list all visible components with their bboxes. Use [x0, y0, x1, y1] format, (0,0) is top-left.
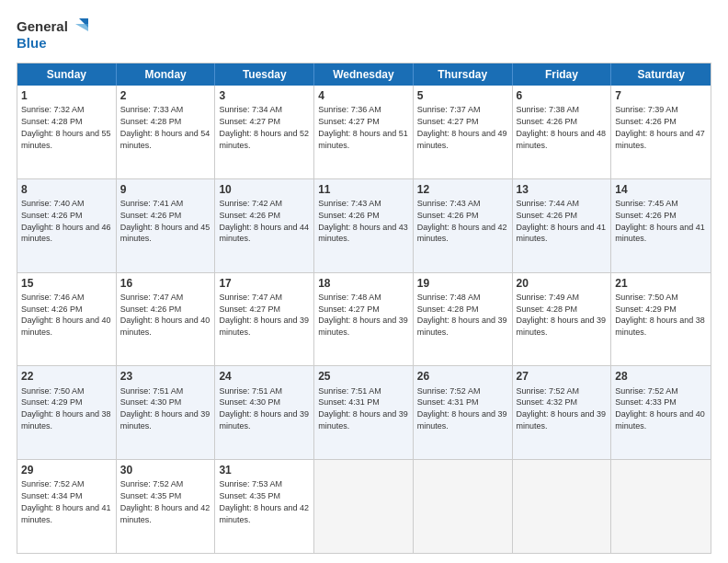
logo: General Blue: [17, 15, 90, 55]
day-number: 7: [615, 88, 707, 103]
calendar-day-12: 12Sunrise: 7:43 AMSunset: 4:26 PMDayligh…: [414, 179, 513, 272]
calendar-day-29: 29Sunrise: 7:52 AMSunset: 4:34 PMDayligh…: [17, 460, 117, 553]
calendar-day-24: 24Sunrise: 7:51 AMSunset: 4:30 PMDayligh…: [215, 366, 314, 459]
calendar-day-20: 20Sunrise: 7:49 AMSunset: 4:28 PMDayligh…: [513, 273, 612, 366]
calendar: SundayMondayTuesdayWednesdayThursdayFrid…: [17, 63, 711, 554]
calendar-day-21: 21Sunrise: 7:50 AMSunset: 4:29 PMDayligh…: [611, 273, 711, 366]
day-details: Sunrise: 7:38 AMSunset: 4:26 PMDaylight:…: [517, 105, 607, 149]
day-details: Sunrise: 7:48 AMSunset: 4:28 PMDaylight:…: [417, 293, 507, 337]
day-details: Sunrise: 7:43 AMSunset: 4:26 PMDaylight:…: [417, 199, 507, 243]
day-details: Sunrise: 7:50 AMSunset: 4:29 PMDaylight:…: [615, 293, 705, 337]
day-details: Sunrise: 7:53 AMSunset: 4:35 PMDaylight:…: [219, 479, 309, 523]
calendar-empty-cell: [513, 460, 612, 553]
day-details: Sunrise: 7:34 AMSunset: 4:27 PMDaylight:…: [219, 105, 309, 149]
day-number: 5: [417, 88, 508, 103]
day-number: 3: [219, 88, 310, 103]
calendar-day-25: 25Sunrise: 7:51 AMSunset: 4:31 PMDayligh…: [314, 366, 414, 459]
day-details: Sunrise: 7:52 AMSunset: 4:34 PMDaylight:…: [21, 479, 111, 523]
day-details: Sunrise: 7:45 AMSunset: 4:26 PMDaylight:…: [615, 199, 705, 243]
day-number: 21: [615, 276, 707, 291]
header-sunday: Sunday: [17, 63, 117, 86]
calendar-day-13: 13Sunrise: 7:44 AMSunset: 4:26 PMDayligh…: [513, 179, 612, 272]
day-details: Sunrise: 7:52 AMSunset: 4:35 PMDaylight:…: [120, 479, 210, 523]
calendar-empty-cell: [611, 460, 711, 553]
day-number: 19: [417, 276, 508, 291]
calendar-day-23: 23Sunrise: 7:51 AMSunset: 4:30 PMDayligh…: [117, 366, 216, 459]
day-number: 31: [219, 463, 310, 477]
day-details: Sunrise: 7:33 AMSunset: 4:28 PMDaylight:…: [120, 105, 210, 149]
day-number: 22: [21, 369, 112, 384]
day-number: 15: [21, 276, 112, 291]
day-number: 11: [318, 182, 409, 197]
day-details: Sunrise: 7:47 AMSunset: 4:26 PMDaylight:…: [120, 293, 210, 337]
day-number: 8: [21, 182, 112, 197]
header-saturday: Saturday: [611, 63, 711, 86]
svg-text:Blue: Blue: [17, 35, 47, 51]
day-number: 29: [21, 463, 112, 477]
day-details: Sunrise: 7:51 AMSunset: 4:30 PMDaylight:…: [219, 386, 309, 431]
calendar-day-22: 22Sunrise: 7:50 AMSunset: 4:29 PMDayligh…: [17, 366, 117, 459]
header-monday: Monday: [117, 63, 216, 86]
calendar-week-5: 29Sunrise: 7:52 AMSunset: 4:34 PMDayligh…: [17, 460, 711, 553]
day-number: 18: [318, 276, 409, 291]
day-number: 9: [120, 182, 211, 197]
calendar-day-8: 8Sunrise: 7:40 AMSunset: 4:26 PMDaylight…: [17, 179, 117, 272]
day-number: 28: [615, 369, 707, 384]
day-number: 4: [318, 88, 409, 103]
day-details: Sunrise: 7:41 AMSunset: 4:26 PMDaylight:…: [120, 199, 210, 243]
day-details: Sunrise: 7:47 AMSunset: 4:27 PMDaylight:…: [219, 293, 309, 337]
day-details: Sunrise: 7:43 AMSunset: 4:26 PMDaylight:…: [318, 199, 408, 243]
day-number: 6: [517, 88, 608, 103]
day-number: 17: [219, 276, 310, 291]
logo-svg: General Blue: [17, 15, 90, 55]
day-number: 14: [615, 182, 707, 197]
day-details: Sunrise: 7:52 AMSunset: 4:31 PMDaylight:…: [417, 386, 507, 431]
day-number: 13: [517, 182, 608, 197]
day-number: 12: [417, 182, 508, 197]
calendar-day-14: 14Sunrise: 7:45 AMSunset: 4:26 PMDayligh…: [611, 179, 711, 272]
calendar-empty-cell: [414, 460, 513, 553]
day-number: 24: [219, 369, 310, 384]
day-details: Sunrise: 7:39 AMSunset: 4:26 PMDaylight:…: [615, 105, 705, 149]
day-details: Sunrise: 7:49 AMSunset: 4:28 PMDaylight:…: [517, 293, 607, 337]
day-details: Sunrise: 7:37 AMSunset: 4:27 PMDaylight:…: [417, 105, 507, 149]
day-number: 2: [120, 88, 211, 103]
day-number: 26: [417, 369, 508, 384]
calendar-day-4: 4Sunrise: 7:36 AMSunset: 4:27 PMDaylight…: [314, 86, 414, 178]
day-details: Sunrise: 7:36 AMSunset: 4:27 PMDaylight:…: [318, 105, 408, 149]
day-details: Sunrise: 7:51 AMSunset: 4:30 PMDaylight:…: [120, 386, 210, 431]
header-tuesday: Tuesday: [215, 63, 314, 86]
calendar-week-2: 8Sunrise: 7:40 AMSunset: 4:26 PMDaylight…: [17, 179, 711, 273]
calendar-day-5: 5Sunrise: 7:37 AMSunset: 4:27 PMDaylight…: [414, 86, 513, 178]
calendar-day-30: 30Sunrise: 7:52 AMSunset: 4:35 PMDayligh…: [117, 460, 216, 553]
day-number: 25: [318, 369, 409, 384]
calendar-day-19: 19Sunrise: 7:48 AMSunset: 4:28 PMDayligh…: [414, 273, 513, 366]
calendar-body: 1Sunrise: 7:32 AMSunset: 4:28 PMDaylight…: [17, 86, 711, 553]
day-details: Sunrise: 7:42 AMSunset: 4:26 PMDaylight:…: [219, 199, 309, 243]
day-number: 23: [120, 369, 211, 384]
day-details: Sunrise: 7:52 AMSunset: 4:32 PMDaylight:…: [517, 386, 607, 431]
calendar-day-28: 28Sunrise: 7:52 AMSunset: 4:33 PMDayligh…: [611, 366, 711, 459]
day-details: Sunrise: 7:44 AMSunset: 4:26 PMDaylight:…: [517, 199, 607, 243]
day-number: 16: [120, 276, 211, 291]
calendar-day-2: 2Sunrise: 7:33 AMSunset: 4:28 PMDaylight…: [117, 86, 216, 178]
calendar-day-10: 10Sunrise: 7:42 AMSunset: 4:26 PMDayligh…: [215, 179, 314, 272]
calendar-day-3: 3Sunrise: 7:34 AMSunset: 4:27 PMDaylight…: [215, 86, 314, 178]
header-thursday: Thursday: [414, 63, 513, 86]
day-details: Sunrise: 7:50 AMSunset: 4:29 PMDaylight:…: [21, 386, 111, 431]
calendar-week-4: 22Sunrise: 7:50 AMSunset: 4:29 PMDayligh…: [17, 366, 711, 460]
day-number: 1: [21, 88, 112, 103]
calendar-day-1: 1Sunrise: 7:32 AMSunset: 4:28 PMDaylight…: [17, 86, 117, 178]
calendar-day-16: 16Sunrise: 7:47 AMSunset: 4:26 PMDayligh…: [117, 273, 216, 366]
calendar-day-18: 18Sunrise: 7:48 AMSunset: 4:27 PMDayligh…: [314, 273, 414, 366]
calendar-day-11: 11Sunrise: 7:43 AMSunset: 4:26 PMDayligh…: [314, 179, 414, 272]
svg-marker-3: [75, 24, 88, 31]
day-number: 30: [120, 463, 211, 477]
header-wednesday: Wednesday: [314, 63, 414, 86]
day-details: Sunrise: 7:46 AMSunset: 4:26 PMDaylight:…: [21, 293, 111, 337]
calendar-week-1: 1Sunrise: 7:32 AMSunset: 4:28 PMDaylight…: [17, 86, 711, 179]
calendar-day-17: 17Sunrise: 7:47 AMSunset: 4:27 PMDayligh…: [215, 273, 314, 366]
calendar-day-26: 26Sunrise: 7:52 AMSunset: 4:31 PMDayligh…: [414, 366, 513, 459]
header-friday: Friday: [513, 63, 612, 86]
day-number: 20: [517, 276, 608, 291]
